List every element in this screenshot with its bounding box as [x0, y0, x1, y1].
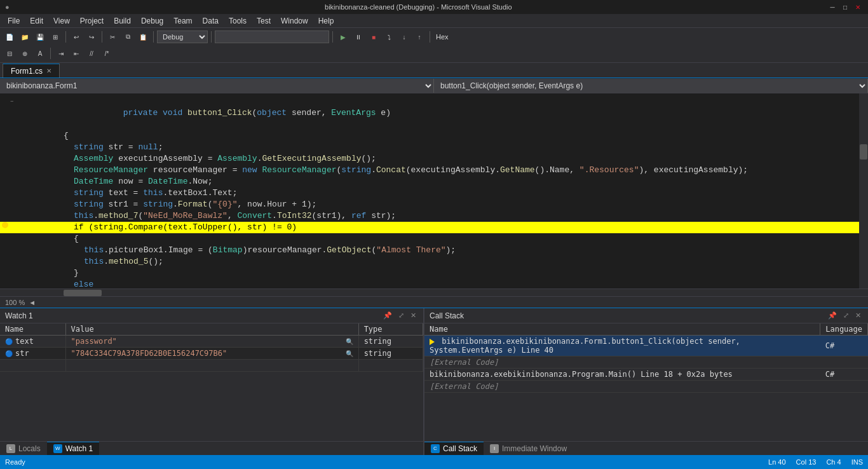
tab-label: Form1.cs [11, 67, 43, 76]
tb-cut[interactable]: ✂ [105, 30, 119, 44]
sep1 [65, 31, 66, 43]
tb-uncomment[interactable]: /* [100, 46, 114, 60]
tab-watch1[interactable]: W Watch 1 [47, 442, 100, 456]
bottom-tab-bar: L Locals W Watch 1 C Call Stack I Immedi… [0, 441, 868, 455]
watch-panel: Watch 1 📌 ⤢ ✕ Name Value Type [0, 308, 424, 441]
menu-team[interactable]: Team [168, 14, 197, 28]
tb-unindent[interactable]: ⇤ [69, 46, 83, 60]
sep4 [211, 31, 212, 43]
tb-indent[interactable]: ⇥ [54, 46, 68, 60]
close-button[interactable]: ✕ [853, 2, 863, 12]
watch-icon: 🔵 [5, 338, 13, 345]
editor-scrollbar[interactable] [859, 93, 868, 289]
watch-search-icon[interactable]: 🔍 [346, 338, 353, 345]
cs-row-main[interactable]: bikinibonanza.exebikinibonanza.Program.M… [424, 369, 868, 381]
tb-save[interactable]: 💾 [33, 30, 47, 44]
tb-debug-start[interactable]: ▶ [336, 30, 350, 44]
menu-debug[interactable]: Debug [136, 14, 168, 28]
minimize-button[interactable]: ─ [827, 2, 837, 12]
callstack-tab-icon: C [431, 444, 440, 453]
tb-paste[interactable]: 📋 [136, 30, 150, 44]
tb-extra1[interactable]: ⊟ [3, 46, 17, 60]
watch-search-icon-2[interactable]: 🔍 [346, 350, 353, 357]
expand-col[interactable]: − [10, 96, 20, 107]
status-ch: Ch 4 [826, 458, 841, 466]
tab-immediate[interactable]: I Immediate Window [484, 442, 573, 456]
watch-name-str: 🔵str [0, 348, 65, 360]
watch-icon-2: 🔵 [5, 350, 13, 357]
line-content: private void button1_Click(object sender… [20, 96, 859, 130]
code-line: ResourceManager resourceManager = new Re… [0, 165, 859, 176]
watch-float-btn[interactable]: ⤢ [397, 311, 406, 320]
zoom-decrease[interactable]: ◄ [29, 299, 36, 306]
watch-close-btn[interactable]: ✕ [409, 311, 418, 320]
sep5 [332, 31, 333, 43]
horizontal-scrollbar[interactable] [0, 289, 868, 296]
editor-tab-form1cs[interactable]: Form1.cs ✕ [3, 64, 60, 78]
status-line: Ln 40 [768, 458, 786, 466]
watch-table-container: Name Value Type 🔵text "password" 🔍 [0, 323, 423, 441]
tb-step-out[interactable]: ↑ [412, 30, 426, 44]
code-line: } [0, 268, 859, 279]
tb-step-over[interactable]: ⤵ [382, 30, 396, 44]
search-input[interactable] [215, 31, 329, 43]
tb-extra3[interactable]: A [33, 46, 47, 60]
tab-callstack[interactable]: C Call Stack [424, 442, 484, 456]
maximize-button[interactable]: □ [840, 2, 850, 12]
cs-lang-active: C# [820, 336, 868, 357]
tb-step-into[interactable]: ↓ [397, 30, 411, 44]
status-bar: Ready Ln 40 Col 13 Ch 4 INS [0, 455, 868, 469]
menu-help[interactable]: Help [313, 14, 339, 28]
menu-build[interactable]: Build [109, 14, 136, 28]
menu-test[interactable]: Test [252, 14, 276, 28]
menu-data[interactable]: Data [198, 14, 224, 28]
tb-comment[interactable]: // [85, 46, 98, 60]
title-bar: ● bikinibonanza-cleaned (Debugging) - Mi… [0, 0, 868, 14]
menu-tools[interactable]: Tools [224, 14, 252, 28]
hscroll-thumb[interactable] [64, 290, 102, 296]
menu-file[interactable]: File [3, 14, 25, 28]
sep2 [102, 31, 102, 43]
scrollbar-thumb[interactable] [860, 144, 867, 160]
menu-project[interactable]: Project [75, 14, 109, 28]
tb-copy[interactable]: ⧉ [121, 30, 135, 44]
menu-edit[interactable]: Edit [25, 14, 48, 28]
cs-pin-btn[interactable]: 📌 [826, 311, 839, 320]
breakpoint-arrow [2, 222, 8, 228]
bottom-panels: Watch 1 📌 ⤢ ✕ Name Value Type [0, 308, 868, 441]
tab-close-icon[interactable]: ✕ [46, 67, 51, 74]
debug-config-dropdown[interactable]: Debug [157, 31, 208, 43]
menu-view[interactable]: View [48, 14, 75, 28]
tb-save-all[interactable]: ⊞ [48, 30, 62, 44]
menu-window[interactable]: Window [276, 14, 313, 28]
watch-tabs: L Locals W Watch 1 [0, 442, 424, 456]
sep7 [50, 48, 51, 59]
code-line: this.method_7("NeEd_MoRe_Bawlz", Convert… [0, 210, 859, 222]
cs-name-active: bikinibonanza.exebikinibonanza.Form1.but… [424, 336, 820, 357]
callstack-panel-controls: 📌 ⤢ ✕ [826, 311, 863, 320]
watch-empty-row[interactable] [0, 360, 423, 372]
tb-extra2[interactable]: ⊕ [18, 46, 32, 60]
tb-undo[interactable]: ↩ [69, 30, 83, 44]
callstack-panel-title: Call Stack [430, 311, 464, 320]
cs-close-btn[interactable]: ✕ [853, 311, 863, 320]
tb-debug-stop[interactable]: ■ [367, 30, 381, 44]
tab-locals[interactable]: L Locals [0, 442, 47, 456]
method-dropdown[interactable]: button1_Click(object sender, EventArgs e… [434, 79, 868, 93]
code-editor[interactable]: − private void button1_Click(object send… [0, 93, 859, 289]
tb-open[interactable]: 📁 [18, 30, 32, 44]
watch-pin-btn[interactable]: 📌 [381, 311, 394, 320]
watch-name-text: 🔵text [0, 336, 65, 348]
tb-debug-pause[interactable]: ⏸ [351, 30, 365, 44]
cs-row-external-2: [External Code] [424, 381, 868, 393]
callstack-table-container: Name Language bikinibonanza.exebikinibon… [424, 323, 868, 441]
watch1-tab-icon: W [53, 444, 62, 453]
cs-row-active[interactable]: bikinibonanza.exebikinibonanza.Form1.but… [424, 336, 868, 357]
tb-new-project[interactable]: 📄 [3, 30, 17, 44]
cs-float-btn[interactable]: ⤢ [841, 311, 851, 320]
status-ins: INS [851, 458, 863, 466]
status-mode: Ready [5, 458, 25, 466]
watch-col-name: Name [0, 323, 65, 336]
tb-redo[interactable]: ↪ [85, 30, 98, 44]
class-dropdown[interactable]: bikinibonanza.Form1 [0, 79, 434, 93]
